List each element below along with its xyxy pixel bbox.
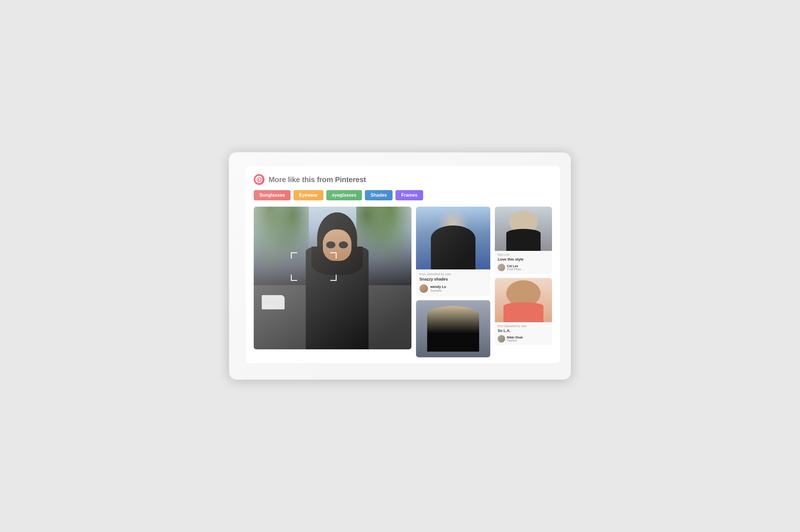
pinterest-logo-icon	[254, 174, 265, 185]
pin-image-2	[416, 300, 490, 357]
tag-sunglasses[interactable]: Sunglasses	[254, 190, 291, 201]
pin-card-2[interactable]	[416, 300, 490, 357]
pin-card-sm-2[interactable]: from Uploaded by user So L.A. Nikki Shah…	[495, 278, 552, 345]
user-avatar-sm-2	[498, 335, 505, 342]
user-info-1: wendy Lu Sunnies	[430, 285, 446, 292]
pinsm1-person	[495, 207, 552, 251]
lens-left	[326, 241, 336, 249]
user-info-sm-1: Cat Lee Posh Picks	[507, 264, 521, 271]
pin-source-sm-2: from Uploaded by user	[498, 324, 549, 328]
user-board-sm-1: Posh Picks	[507, 268, 521, 271]
focus-corner-tl	[291, 252, 297, 259]
middle-column: from Uploaded by user Snazzy shades wend…	[416, 207, 490, 357]
user-board-sm-2: Fashion	[507, 339, 523, 342]
user-avatar-1	[419, 284, 428, 293]
pin-info-sm-2: from Uploaded by user So L.A. Nikki Shah…	[495, 322, 552, 345]
pin-info-sm-1: flickr.com Love this style Cat Lee Posh …	[495, 251, 552, 274]
user-name-1: wendy Lu	[430, 285, 446, 289]
pin-user-sm-1: Cat Lee Posh Picks	[498, 264, 549, 271]
pin-image-1	[416, 207, 490, 269]
car-element	[262, 295, 285, 309]
page-title: More like this from Pinterest	[269, 175, 366, 184]
header: More like this from Pinterest	[254, 174, 552, 185]
pinsm2-person	[495, 278, 552, 322]
pin-description-1: Snazzy shades	[419, 277, 487, 281]
user-info-sm-2: Nikki Shah Fashion	[507, 336, 523, 342]
user-avatar-sm-1	[498, 264, 505, 271]
pin2-person	[416, 300, 490, 357]
pin-user-1: wendy Lu Sunnies	[419, 284, 487, 293]
tag-shades[interactable]: Shades	[365, 190, 393, 201]
pin-description-sm-1: Love this style	[498, 257, 549, 262]
pin-description-sm-2: So L.A.	[498, 328, 549, 333]
content-area: More like this from Pinterest Sunglasses…	[246, 166, 560, 363]
pin-info-1: from Uploaded by user Snazzy shades wend…	[416, 269, 490, 296]
pin-source-sm-1: flickr.com	[498, 253, 549, 256]
focus-corner-tr	[330, 252, 337, 259]
user-name-sm-2: Nikki Shah	[507, 336, 523, 339]
main-image[interactable]	[254, 207, 412, 349]
pin-card-sm-1[interactable]: flickr.com Love this style Cat Lee Posh …	[495, 207, 552, 274]
tablet-frame: More like this from Pinterest Sunglasses…	[229, 152, 571, 380]
tag-frames[interactable]: Frames	[396, 190, 423, 201]
user-board-1: Sunnies	[430, 289, 446, 292]
person-figure	[291, 212, 383, 349]
sunglasses-element	[325, 241, 349, 250]
pin1-person	[416, 207, 490, 269]
focus-corner-bl	[291, 274, 297, 281]
main-grid: from Uploaded by user Snazzy shades wend…	[254, 207, 552, 357]
tag-eyeglasses[interactable]: eyeglasses	[326, 190, 362, 201]
pin-source-1: from Uploaded by user	[419, 272, 487, 276]
user-name-sm-1: Cat Lee	[507, 264, 521, 268]
tag-eyewear[interactable]: Eyewear	[293, 190, 323, 201]
tags-row: Sunglasses Eyewear eyeglasses Shades Fra…	[254, 190, 552, 201]
pin-image-sm-1	[495, 207, 552, 251]
pin-user-sm-2: Nikki Shah Fashion	[498, 335, 549, 342]
far-right-column: flickr.com Love this style Cat Lee Posh …	[495, 207, 552, 345]
pin-card-1[interactable]: from Uploaded by user Snazzy shades wend…	[416, 207, 490, 296]
lens-right	[338, 241, 349, 249]
pin-image-sm-2	[495, 278, 552, 322]
focus-box	[291, 252, 337, 281]
focus-corner-br	[330, 274, 337, 281]
